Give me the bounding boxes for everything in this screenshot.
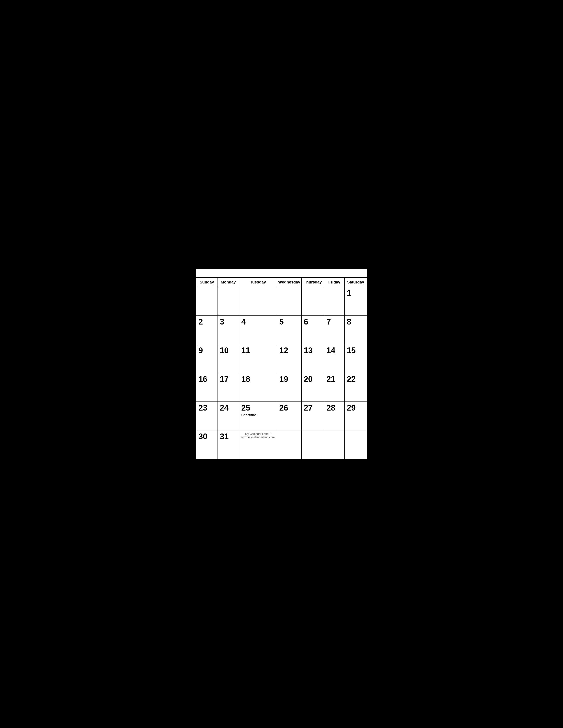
calendar-cell: 23	[196, 402, 217, 430]
calendar-cell: 8	[345, 316, 367, 344]
calendar-cell: My Calendar Land – www.mycalendarland.co…	[239, 430, 277, 459]
calendar-cell: 15	[345, 344, 367, 373]
day-of-week-wednesday: Wednesday	[277, 278, 302, 287]
day-note: Christmas	[241, 413, 274, 417]
calendar-cell: 31	[217, 430, 239, 459]
calendar-cell: 18	[239, 373, 277, 402]
day-number: 28	[327, 403, 342, 412]
calendar-cell: 29	[345, 402, 367, 430]
calendar-cell: 24	[217, 402, 239, 430]
day-number: 19	[279, 375, 299, 384]
day-number: 17	[220, 375, 237, 384]
week-row-2: 2345678	[196, 316, 367, 344]
calendar-cell: 5	[277, 316, 302, 344]
calendar-cell: 11	[239, 344, 277, 373]
day-number: 11	[241, 346, 274, 355]
calendar-cell	[345, 430, 367, 459]
day-number: 2	[198, 317, 215, 326]
calendar-cell: 16	[196, 373, 217, 402]
day-of-week-thursday: Thursday	[302, 278, 324, 287]
day-number: 3	[220, 317, 237, 326]
calendar-cell	[302, 430, 324, 459]
day-number: 15	[347, 346, 365, 355]
day-number: 16	[198, 375, 215, 384]
calendar-cell: 4	[239, 316, 277, 344]
day-of-week-monday: Monday	[217, 278, 239, 287]
calendar-cell: 12	[277, 344, 302, 373]
calendar-cell: 22	[345, 373, 367, 402]
calendar-cell	[324, 287, 345, 316]
day-number: 18	[241, 375, 274, 384]
calendar-cell: 17	[217, 373, 239, 402]
calendar-cell: 10	[217, 344, 239, 373]
calendar-cell: 6	[302, 316, 324, 344]
calendar-cell: 25Christmas	[239, 402, 277, 430]
calendar-cell: 3	[217, 316, 239, 344]
week-row-1: 1	[196, 287, 367, 316]
day-of-week-friday: Friday	[324, 278, 345, 287]
day-number: 25	[241, 403, 274, 412]
calendar-cell: 26	[277, 402, 302, 430]
calendar-cell: 28	[324, 402, 345, 430]
day-of-week-saturday: Saturday	[345, 278, 367, 287]
day-number: 14	[327, 346, 342, 355]
week-row-6: 3031My Calendar Land – www.mycalendarlan…	[196, 430, 367, 459]
calendar-cell: 1	[345, 287, 367, 316]
day-number: 12	[279, 346, 299, 355]
day-number: 1	[347, 289, 365, 298]
calendar-cell	[196, 287, 217, 316]
day-number: 6	[304, 317, 322, 326]
calendar-cell: 20	[302, 373, 324, 402]
day-number: 10	[220, 346, 237, 355]
day-number: 26	[279, 403, 299, 412]
calendar-cell: 30	[196, 430, 217, 459]
day-number: 27	[304, 403, 322, 412]
week-row-5: 232425Christmas26272829	[196, 402, 367, 430]
calendar-cell: 27	[302, 402, 324, 430]
calendar-cell: 9	[196, 344, 217, 373]
calendar-cell: 21	[324, 373, 345, 402]
calendar-cell	[277, 287, 302, 316]
day-number: 31	[220, 432, 237, 441]
calendar-cell: 2	[196, 316, 217, 344]
day-number: 8	[347, 317, 365, 326]
calendar-grid: SundayMondayTuesdayWednesdayThursdayFrid…	[196, 278, 367, 459]
day-number: 9	[198, 346, 215, 355]
calendar-cell	[324, 430, 345, 459]
day-number: 5	[279, 317, 299, 326]
calendar-title	[196, 269, 367, 278]
day-number: 24	[220, 403, 237, 412]
calendar-cell: 14	[324, 344, 345, 373]
calendar-cell	[277, 430, 302, 459]
calendar-cell	[217, 287, 239, 316]
day-number: 21	[327, 375, 342, 384]
day-of-week-tuesday: Tuesday	[239, 278, 277, 287]
day-number: 13	[304, 346, 322, 355]
days-of-week-row: SundayMondayTuesdayWednesdayThursdayFrid…	[196, 278, 367, 287]
day-number: 23	[198, 403, 215, 412]
day-number: 7	[327, 317, 342, 326]
day-number: 30	[198, 432, 215, 441]
calendar-cell	[302, 287, 324, 316]
calendar-cell: 7	[324, 316, 345, 344]
footer-text: My Calendar Land – www.mycalendarland.co…	[241, 432, 274, 439]
calendar-container: SundayMondayTuesdayWednesdayThursdayFrid…	[195, 268, 368, 460]
day-number: 22	[347, 375, 365, 384]
day-number: 29	[347, 403, 365, 412]
day-number: 20	[304, 375, 322, 384]
week-row-3: 9101112131415	[196, 344, 367, 373]
week-row-4: 16171819202122	[196, 373, 367, 402]
day-of-week-sunday: Sunday	[196, 278, 217, 287]
day-number: 4	[241, 317, 274, 326]
calendar-cell: 19	[277, 373, 302, 402]
calendar-cell: 13	[302, 344, 324, 373]
calendar-cell	[239, 287, 277, 316]
